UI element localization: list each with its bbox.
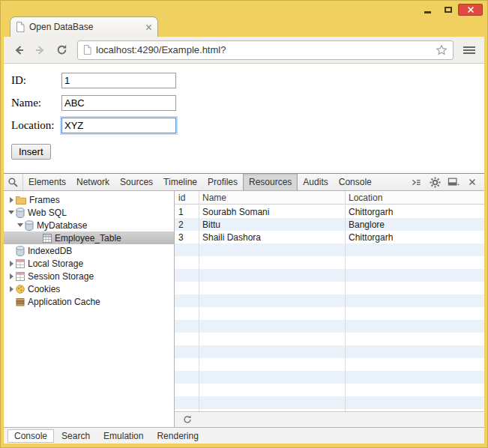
- name-input[interactable]: [61, 95, 176, 111]
- chrome-menu-button[interactable]: [459, 40, 480, 60]
- dock-side-button[interactable]: [445, 175, 462, 190]
- drawer-icon: [411, 177, 422, 188]
- expand-arrow-icon[interactable]: [7, 273, 16, 279]
- database-icon: [16, 208, 25, 218]
- insert-button[interactable]: Insert: [11, 144, 51, 160]
- bookmark-star-icon[interactable]: [436, 44, 448, 56]
- tree-item-indexeddb[interactable]: IndexedDB: [4, 244, 174, 257]
- name-label: Name:: [11, 97, 61, 109]
- reload-button[interactable]: [52, 40, 72, 60]
- tree-item-cookies[interactable]: Cookies: [4, 282, 174, 295]
- tree-item-frames[interactable]: Frames: [4, 193, 174, 206]
- devtools-panel: Elements Network Sources Timeline Profil…: [4, 173, 484, 444]
- refresh-button[interactable]: [182, 414, 193, 425]
- devtools-tab-audits[interactable]: Audits: [298, 174, 333, 190]
- column-divider: [199, 191, 199, 411]
- tree-item-local-storage[interactable]: Local Storage: [4, 257, 174, 270]
- browser-chrome: localhost:4290/Example.html? ID: Name: L…: [4, 37, 484, 444]
- expand-arrow-icon[interactable]: [7, 197, 16, 203]
- database-icon: [25, 220, 34, 231]
- menu-icon: [463, 46, 475, 48]
- address-bar[interactable]: localhost:4290/Example.html?: [77, 40, 454, 60]
- expand-arrow-icon[interactable]: [7, 261, 16, 267]
- tree-item-label: Application Cache: [28, 297, 100, 307]
- maximize-button[interactable]: [438, 4, 458, 16]
- tree-item-application-cache[interactable]: Application Cache: [4, 295, 174, 308]
- id-label: ID:: [11, 74, 61, 87]
- table-icon: [43, 234, 52, 243]
- database-icon: [16, 246, 25, 256]
- devtools-tab-timeline[interactable]: Timeline: [158, 174, 202, 190]
- back-icon: [12, 43, 25, 57]
- storage-icon: [16, 272, 25, 281]
- window-controls: [418, 4, 483, 16]
- devtools-close-button[interactable]: [464, 175, 481, 190]
- toggle-drawer-button[interactable]: [408, 175, 424, 190]
- footer-tab-console[interactable]: Console: [7, 429, 54, 443]
- field-row-id: ID:: [11, 73, 484, 88]
- collapse-arrow-icon[interactable]: [16, 223, 25, 227]
- devtools-footer: Console Search Emulation Rendering: [4, 427, 484, 444]
- cookie-icon: [16, 285, 25, 294]
- forward-icon: [34, 43, 47, 57]
- tree-item-label: Web SQL: [28, 208, 67, 218]
- settings-button[interactable]: [427, 175, 443, 190]
- footer-tab-search[interactable]: Search: [55, 430, 96, 442]
- titlebar: Open DataBase: [1, 1, 487, 37]
- forward-button[interactable]: [30, 40, 50, 60]
- minimize-icon: [424, 11, 431, 13]
- column-header-name[interactable]: Name: [199, 191, 345, 204]
- tree-item-employee-table[interactable]: Employee_Table: [4, 231, 174, 244]
- tree-item-mydatabase[interactable]: MyDatabase: [4, 219, 174, 231]
- devtools-tab-resources[interactable]: Resources: [243, 174, 298, 190]
- tab-close-icon[interactable]: [145, 24, 152, 31]
- devtools-tab-elements[interactable]: Elements: [23, 174, 71, 190]
- devtools-body: Frames Web SQL MyDatabase: [4, 191, 484, 427]
- column-header-location[interactable]: Location: [345, 191, 484, 204]
- cell-id: 1: [175, 207, 199, 217]
- data-grid-header: id Name Location: [175, 191, 484, 205]
- field-row-name: Name:: [11, 95, 484, 111]
- table-row[interactable]: 3 Shaili Dashora Chittorgarh: [175, 231, 484, 243]
- minimize-button[interactable]: [418, 4, 438, 16]
- data-grid-body: 1 Sourabh Somani Chittorgarh 2 Bittu Ban…: [175, 205, 484, 411]
- devtools-tab-profiles[interactable]: Profiles: [202, 174, 243, 190]
- close-button[interactable]: [458, 4, 483, 16]
- devtools-close-icon: [469, 178, 476, 186]
- page-content: ID: Name: Location: Insert: [4, 64, 484, 173]
- table-row[interactable]: 1 Sourabh Somani Chittorgarh: [175, 205, 484, 218]
- footer-tab-rendering[interactable]: Rendering: [151, 430, 204, 442]
- footer-tab-emulation[interactable]: Emulation: [97, 430, 149, 442]
- column-header-id[interactable]: id: [175, 191, 199, 204]
- gear-icon: [430, 177, 441, 188]
- tree-item-web-sql[interactable]: Web SQL: [4, 206, 174, 219]
- cell-id: 3: [175, 232, 199, 243]
- back-button[interactable]: [8, 40, 28, 60]
- resources-main-panel: id Name Location 1 Sourabh Somani Chitto…: [175, 191, 484, 427]
- cell-location: Chittorgarh: [345, 207, 484, 217]
- location-input[interactable]: [61, 118, 176, 133]
- url-text[interactable]: localhost:4290/Example.html?: [96, 44, 431, 55]
- browser-tab[interactable]: Open DataBase: [10, 16, 158, 37]
- devtools-tab-network[interactable]: Network: [71, 174, 115, 190]
- field-row-location: Location:: [11, 118, 484, 133]
- tree-item-session-storage[interactable]: Session Storage: [4, 270, 174, 282]
- cell-name: Shaili Dashora: [199, 232, 345, 243]
- id-input[interactable]: [61, 73, 176, 88]
- data-grid: id Name Location 1 Sourabh Somani Chitto…: [175, 191, 484, 411]
- devtools-tab-sources[interactable]: Sources: [115, 174, 158, 190]
- devtools-toolbar-actions: [408, 174, 484, 190]
- devtools-tab-console[interactable]: Console: [334, 174, 377, 190]
- resources-sidebar: Frames Web SQL MyDatabase: [4, 191, 175, 427]
- cell-location: Chittorgarh: [345, 232, 484, 243]
- tree-item-label: Cookies: [28, 284, 60, 294]
- column-divider: [345, 191, 346, 411]
- collapse-arrow-icon[interactable]: [7, 211, 16, 214]
- magnifier-icon: [7, 177, 19, 188]
- table-row[interactable]: 2 Bittu Banglore: [175, 218, 484, 231]
- cell-id: 2: [175, 220, 199, 230]
- page-icon: [83, 45, 91, 55]
- maximize-icon: [445, 7, 452, 13]
- inspect-magnifier-button[interactable]: [4, 174, 23, 190]
- expand-arrow-icon[interactable]: [7, 286, 16, 292]
